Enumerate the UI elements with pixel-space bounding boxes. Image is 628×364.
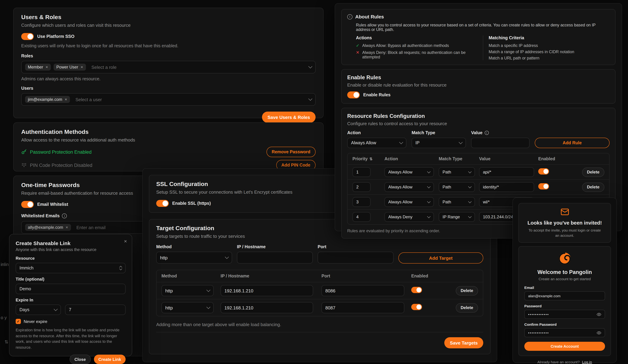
target-port-input[interactable] [318, 252, 393, 263]
save-users-roles-button[interactable]: Save Users & Roles [262, 112, 315, 123]
target-enabled-toggle[interactable] [411, 304, 422, 310]
remove-email-icon[interactable]: × [66, 225, 68, 230]
invite-page: Looks like you've been invited! To accep… [512, 197, 617, 363]
row-match-select[interactable]: IP Range [439, 212, 475, 222]
row-match-select[interactable]: Path [439, 167, 475, 177]
enable-rules-toggle[interactable] [347, 91, 360, 98]
row-ip-input[interactable]: 192.168.1.210 [221, 302, 313, 313]
expire-unit-select[interactable]: Days [16, 304, 61, 315]
rule-value-input[interactable] [471, 138, 530, 148]
password-value: •••••••••••• [528, 312, 549, 316]
remove-user-icon[interactable]: × [65, 97, 67, 102]
priority-input[interactable]: 1 [352, 167, 371, 177]
remove-role-icon[interactable]: × [80, 65, 83, 69]
delete-target-button[interactable]: Delete [456, 303, 478, 312]
row-match-select[interactable]: Path [439, 182, 475, 192]
create-account-button[interactable]: Create Account [524, 342, 605, 351]
priority-input[interactable]: 3 [352, 197, 371, 207]
rule-action-select[interactable]: Always Allow [347, 138, 406, 148]
modal-title: Create Shareable Link [16, 240, 126, 246]
users-roles-title: Users & Roles [21, 14, 315, 21]
cross-icon: ✕ [356, 50, 359, 55]
role-tag-label: Power User [56, 65, 78, 69]
users-multiselect[interactable]: jim@example.com × Select a user [21, 93, 315, 106]
row-action-select[interactable]: Always Allow [385, 182, 434, 192]
chevron-down-icon [54, 307, 58, 311]
rule-match-select[interactable]: IP [412, 138, 466, 148]
rule-enabled-toggle[interactable] [538, 168, 549, 175]
save-targets-button[interactable]: Save Targets [444, 337, 483, 348]
priority-input[interactable]: 2 [352, 182, 371, 192]
password-field[interactable]: •••••••••••• [524, 310, 605, 319]
remove-role-icon[interactable]: × [46, 65, 48, 69]
log-in-link[interactable]: Log in [582, 360, 592, 364]
resource-label: Resource [16, 256, 126, 261]
password-label: Password [524, 304, 605, 308]
row-method-select[interactable]: http [161, 302, 214, 313]
chevron-down-icon [399, 140, 403, 144]
delete-rule-button[interactable]: Delete [582, 182, 604, 192]
sort-icon[interactable]: ⇅ [370, 157, 373, 161]
role-tag-label: Member [28, 65, 43, 69]
row-port-input[interactable]: 8086 [321, 285, 404, 296]
platform-sso-label: Use Platform SSO [37, 34, 75, 39]
close-button[interactable]: Close [70, 355, 91, 364]
title-label: Title (optional) [16, 277, 126, 282]
row-match-value: IP Range [443, 215, 460, 219]
criteria-item: Match a range of IP addresses in CIDR no… [489, 49, 610, 54]
remove-password-button[interactable]: Remove Password [266, 147, 315, 157]
add-target-button[interactable]: Add Target [398, 252, 483, 263]
email-whitelist-toggle[interactable] [21, 201, 34, 208]
chevron-down-icon [207, 305, 211, 309]
row-match-value: Path [443, 170, 451, 175]
chevron-down-icon [207, 288, 211, 292]
expire-number-value: 7 [69, 307, 71, 312]
email-field[interactable]: alan@example.com [524, 292, 605, 301]
chevron-down-icon [309, 97, 313, 101]
never-expire-checkbox[interactable]: ✓ [16, 319, 21, 324]
priority-value: 1 [356, 170, 359, 175]
add-rule-button[interactable]: Add Rule [535, 138, 610, 148]
enable-ssl-toggle[interactable] [156, 200, 169, 207]
title-input[interactable]: Demo [16, 284, 126, 294]
close-icon[interactable]: × [124, 238, 127, 244]
check-icon: ✓ [356, 43, 359, 48]
eye-icon[interactable] [597, 331, 601, 335]
row-value-input[interactable]: identity/* [479, 182, 534, 192]
user-tag: jim@example.com × [25, 96, 70, 103]
background-fragment: o y [1, 315, 7, 320]
pangolin-logo [557, 251, 572, 266]
row-match-select[interactable]: Path [439, 197, 475, 207]
roles-label: Roles [21, 54, 315, 59]
target-ip-input[interactable] [237, 252, 313, 263]
resource-select[interactable]: Immich [16, 263, 126, 273]
create-link-button[interactable]: Create Link [94, 355, 126, 364]
chevron-up-down-icon [120, 266, 122, 270]
resource-value: Immich [19, 266, 34, 270]
delete-rule-button[interactable]: Delete [582, 167, 604, 177]
row-action-select[interactable]: Always Allow [385, 167, 434, 177]
platform-sso-toggle[interactable] [21, 33, 34, 40]
expire-number-input[interactable]: 7 [65, 304, 126, 315]
delete-target-button[interactable]: Delete [456, 286, 478, 295]
row-value-input[interactable]: api/* [479, 167, 534, 177]
about-rules-title: About Rules [355, 14, 384, 19]
row-action-select[interactable]: Always Deny [385, 212, 434, 222]
target-enabled-toggle[interactable] [411, 287, 422, 293]
eye-icon[interactable] [597, 312, 601, 317]
criteria-item: Match a specific IP address [489, 43, 610, 48]
enable-ssl-label: Enable SSL (https) [172, 201, 211, 206]
row-port-input[interactable]: 8087 [321, 302, 404, 313]
col-value: Value [479, 156, 538, 161]
email-placeholder: Enter an email [76, 225, 106, 230]
roles-multiselect[interactable]: Member × Power User × Select a role [21, 61, 315, 73]
target-method-select[interactable]: http [156, 252, 232, 263]
expire-unit-value: Days [19, 307, 29, 312]
rule-enabled-toggle[interactable] [538, 183, 549, 189]
priority-input[interactable]: 4 [352, 212, 371, 222]
enable-rules-label: Enable Rules [363, 92, 391, 97]
row-ip-input[interactable]: 192.168.1.210 [221, 285, 313, 296]
confirm-password-field[interactable]: •••••••••••• [524, 328, 605, 337]
row-method-select[interactable]: http [161, 285, 214, 296]
row-action-select[interactable]: Always Allow [385, 197, 434, 207]
